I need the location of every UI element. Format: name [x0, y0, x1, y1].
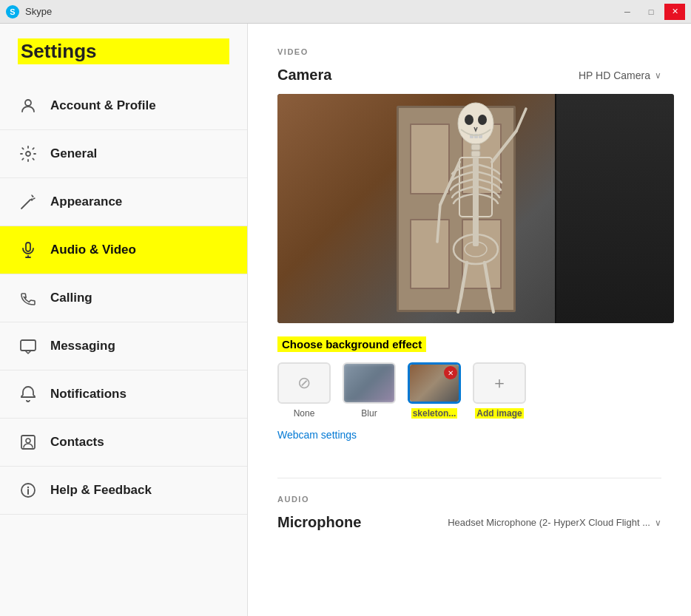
bell-icon: [18, 384, 38, 405]
minimize-button[interactable]: ─: [617, 4, 638, 20]
svg-rect-6: [21, 340, 36, 351]
camera-device-name: HP HD Camera: [579, 70, 650, 81]
sidebar-item-help[interactable]: Help & Feedback: [0, 467, 247, 515]
sidebar-item-help-label: Help & Feedback: [50, 483, 152, 498]
svg-point-0: [25, 100, 31, 106]
camera-label: Camera: [277, 67, 331, 84]
bg-thumb-add[interactable]: ＋: [473, 362, 526, 404]
blur-preview: [343, 362, 396, 404]
svg-line-28: [516, 109, 526, 131]
microphone-device-select[interactable]: Headset Microphone (2- HyperX Cloud Flig…: [448, 517, 661, 528]
skeleton-overlay: [277, 94, 674, 323]
sidebar-item-audio-video-label: Audio & Video: [50, 243, 136, 257]
sidebar-item-notifications[interactable]: Notifications: [0, 370, 247, 419]
person-icon: [18, 95, 38, 116]
sidebar-item-contacts-label: Contacts: [50, 435, 104, 450]
add-image-icon: ＋: [491, 372, 508, 394]
sidebar-item-appearance-label: Appearance: [50, 194, 122, 209]
sidebar-item-messaging-label: Messaging: [50, 339, 115, 353]
bg-thumb-skeleton[interactable]: ✕: [408, 362, 461, 404]
svg-rect-3: [26, 243, 30, 251]
window-title: Skype: [25, 6, 617, 17]
sidebar-item-contacts[interactable]: Contacts: [0, 419, 247, 467]
bg-thumb-blur[interactable]: [343, 362, 396, 404]
sidebar-item-calling[interactable]: Calling: [0, 274, 247, 322]
sidebar-item-general-label: General: [50, 146, 97, 161]
bg-thumb-none[interactable]: ⊘: [277, 362, 331, 404]
divider: [277, 478, 661, 478]
video-preview: [277, 94, 674, 323]
sidebar-item-general[interactable]: General: [0, 130, 247, 178]
camera-device-select[interactable]: HP HD Camera ∨: [579, 70, 661, 81]
info-icon: [18, 480, 38, 501]
svg-point-1: [26, 152, 30, 156]
bg-option-blur[interactable]: Blur: [343, 362, 396, 419]
microphone-chevron-icon: ∨: [655, 518, 661, 528]
video-section-label: VIDEO: [277, 47, 661, 56]
settings-heading: Settings: [18, 38, 229, 64]
bg-options: ⊘ None Blur ✕ skeleton...: [277, 362, 661, 419]
audio-section-label: AUDIO: [277, 495, 661, 504]
svg-rect-19: [471, 151, 480, 157]
svg-line-29: [461, 263, 467, 297]
contacts-icon: [18, 432, 38, 453]
svg-line-2: [21, 200, 30, 209]
main-content: VIDEO Camera HP HD Camera ∨: [248, 24, 691, 616]
microphone-device-name: Headset Microphone (2- HyperX Cloud Flig…: [448, 517, 650, 528]
video-preview-inner: [277, 94, 674, 323]
sidebar-item-notifications-label: Notifications: [50, 387, 127, 402]
svg-line-32: [491, 297, 493, 312]
svg-line-30: [458, 297, 461, 312]
wand-icon: [18, 192, 38, 212]
webcam-settings-link[interactable]: Webcam settings: [277, 429, 357, 441]
bg-label-blur: Blur: [361, 408, 377, 419]
sidebar-item-account[interactable]: Account & Profile: [0, 82, 247, 130]
svg-line-26: [437, 205, 440, 242]
app-body: Settings Account & Profile General: [0, 24, 691, 616]
microphone-label: Microphone: [277, 514, 361, 531]
phone-icon: [18, 288, 38, 308]
bg-option-none[interactable]: ⊘ None: [277, 362, 331, 419]
svg-rect-22: [473, 158, 479, 246]
maximize-button[interactable]: □: [641, 4, 661, 20]
svg-point-11: [27, 487, 29, 488]
bg-option-add[interactable]: ＋ Add image: [473, 362, 526, 419]
mic-icon: [18, 240, 38, 260]
no-bg-icon: ⊘: [297, 373, 311, 393]
close-button[interactable]: ✕: [664, 4, 685, 20]
svg-point-13: [465, 115, 473, 125]
message-icon: [18, 336, 38, 356]
sidebar-item-messaging[interactable]: Messaging: [0, 322, 247, 370]
remove-skeleton-button[interactable]: ✕: [444, 366, 457, 379]
gear-icon: [18, 143, 38, 164]
sidebar-item-account-label: Account & Profile: [50, 98, 156, 113]
svg-point-8: [26, 439, 30, 443]
bg-option-skeleton[interactable]: ✕ skeleton...: [408, 362, 461, 419]
sidebar-item-audio-video[interactable]: Audio & Video: [0, 226, 247, 274]
choose-bg-label: Choose background effect: [277, 336, 426, 352]
chevron-down-icon: ∨: [655, 70, 661, 81]
title-bar: S Skype ─ □ ✕: [0, 0, 691, 24]
window-controls: ─ □ ✕: [617, 4, 685, 20]
bg-label-skeleton: skeleton...: [411, 408, 458, 419]
sidebar-item-calling-label: Calling: [50, 291, 92, 305]
sidebar-item-appearance[interactable]: Appearance: [0, 178, 247, 226]
svg-line-25: [440, 162, 459, 205]
app-icon: S: [6, 5, 19, 18]
skeleton-svg: [409, 101, 542, 316]
microphone-row: Microphone Headset Microphone (2- HyperX…: [277, 514, 661, 531]
bg-label-add: Add image: [475, 408, 523, 419]
svg-line-27: [492, 131, 516, 162]
bg-label-none: None: [294, 408, 315, 419]
svg-rect-18: [471, 144, 480, 150]
camera-row: Camera HP HD Camera ∨: [277, 67, 661, 84]
sidebar: Settings Account & Profile General: [0, 24, 248, 616]
svg-line-31: [485, 263, 491, 297]
svg-point-14: [478, 115, 487, 125]
